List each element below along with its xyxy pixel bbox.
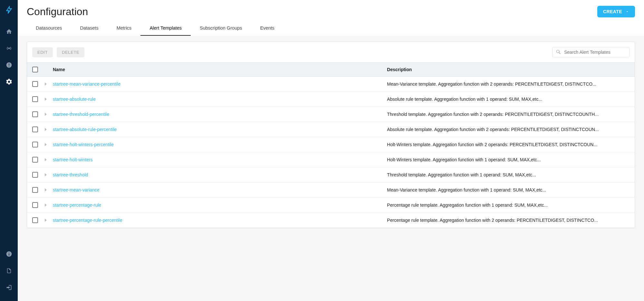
- table-row: startree-mean-variance-percentileMean-Va…: [27, 77, 635, 92]
- template-name-link[interactable]: startree-percentage-rule: [53, 202, 101, 208]
- column-header-description[interactable]: Description: [387, 67, 630, 72]
- expand-icon[interactable]: [45, 219, 47, 222]
- template-name-link[interactable]: startree-holt-winters: [53, 157, 93, 162]
- tabs: DatasourcesDatasetsMetricsAlert Template…: [18, 21, 644, 36]
- expand-icon[interactable]: [45, 128, 47, 131]
- template-description: Mean-Variance template. Aggregation func…: [387, 81, 630, 87]
- svg-rect-5: [9, 253, 9, 256]
- page-title: Configuration: [27, 6, 88, 18]
- expand-icon[interactable]: [45, 113, 47, 116]
- template-description: Threshold template. Aggregation function…: [387, 112, 630, 117]
- template-description: Percentage rule template. Aggregation fu…: [387, 202, 630, 208]
- template-name-link[interactable]: startree-mean-variance-percentile: [53, 81, 120, 87]
- sidebar-home-icon[interactable]: [0, 23, 18, 40]
- template-name-link[interactable]: startree-mean-variance: [53, 187, 100, 193]
- template-description: Threshold template. Aggregation function…: [387, 172, 630, 177]
- tab-events[interactable]: Events: [251, 21, 283, 36]
- svg-point-0: [8, 48, 10, 49]
- tab-subscription-groups[interactable]: Subscription Groups: [191, 21, 251, 36]
- brand-logo: [0, 0, 18, 20]
- table-row: startree-threshold-percentileThreshold t…: [27, 107, 635, 122]
- sidebar-info-icon[interactable]: [0, 246, 18, 262]
- expand-icon[interactable]: [45, 203, 47, 207]
- template-name-link[interactable]: startree-percentage-rule-percentile: [53, 218, 122, 223]
- tab-metrics[interactable]: Metrics: [108, 21, 141, 36]
- template-description: Holt-Winters template. Aggregation funct…: [387, 157, 630, 162]
- edit-button[interactable]: EDIT: [32, 47, 53, 57]
- column-header-name[interactable]: Name: [52, 67, 387, 72]
- template-description: Absolute rule template. Aggregation func…: [387, 127, 630, 132]
- table-row: startree-percentage-rule-percentilePerce…: [27, 213, 635, 228]
- template-name-link[interactable]: startree-absolute-rule-percentile: [53, 127, 117, 132]
- sidebar-alert-icon[interactable]: [0, 57, 18, 73]
- table-body: startree-mean-variance-percentileMean-Va…: [27, 77, 635, 228]
- svg-rect-3: [9, 66, 9, 67]
- table-row: startree-holt-winters-percentileHolt-Win…: [27, 137, 635, 152]
- template-name-link[interactable]: startree-holt-winters-percentile: [53, 142, 114, 147]
- select-all-checkbox[interactable]: [32, 67, 38, 72]
- table-row: startree-absolute-rule-percentileAbsolut…: [27, 122, 635, 137]
- expand-icon[interactable]: [45, 158, 47, 161]
- expand-icon[interactable]: [45, 98, 47, 101]
- search-wrap: [552, 47, 630, 57]
- table-header: Name Description: [27, 62, 635, 77]
- row-checkbox[interactable]: [32, 187, 38, 193]
- delete-button[interactable]: DELETE: [57, 47, 84, 57]
- template-name-link[interactable]: startree-threshold: [53, 172, 88, 177]
- expand-icon[interactable]: [45, 173, 47, 176]
- row-checkbox[interactable]: [32, 81, 38, 87]
- sidebar-document-icon[interactable]: [0, 262, 18, 279]
- template-description: Absolute rule template. Aggregation func…: [387, 97, 630, 102]
- table-row: startree-thresholdThreshold template. Ag…: [27, 167, 635, 183]
- row-checkbox[interactable]: [32, 202, 38, 208]
- chevron-down-icon: [625, 10, 629, 14]
- table-card: EDIT DELETE Name Description startree-me…: [27, 42, 635, 228]
- sidebar-settings-icon[interactable]: [0, 73, 18, 90]
- search-input[interactable]: [564, 50, 626, 55]
- row-checkbox[interactable]: [32, 142, 38, 147]
- table-row: startree-percentage-rulePercentage rule …: [27, 198, 635, 213]
- tab-alert-templates[interactable]: Alert Templates: [140, 21, 191, 36]
- table-row: startree-absolute-ruleAbsolute rule temp…: [27, 92, 635, 107]
- table-row: startree-holt-wintersHolt-Winters templa…: [27, 152, 635, 167]
- expand-icon[interactable]: [45, 143, 47, 146]
- row-checkbox[interactable]: [32, 157, 38, 163]
- row-checkbox[interactable]: [32, 217, 38, 223]
- main-content: Configuration CREATE DatasourcesDatasets…: [18, 0, 644, 301]
- template-name-link[interactable]: startree-threshold-percentile: [53, 112, 109, 117]
- table-row: startree-mean-varianceMean-Variance temp…: [27, 183, 635, 198]
- create-button[interactable]: CREATE: [597, 6, 635, 17]
- expand-icon[interactable]: [45, 82, 47, 86]
- row-checkbox[interactable]: [32, 111, 38, 117]
- sidebar-broadcast-icon[interactable]: [0, 40, 18, 57]
- svg-rect-2: [9, 63, 9, 66]
- sidebar-logout-icon[interactable]: [0, 279, 18, 296]
- tab-datasets[interactable]: Datasets: [71, 21, 107, 36]
- expand-icon[interactable]: [45, 188, 47, 192]
- template-name-link[interactable]: startree-absolute-rule: [53, 97, 96, 102]
- row-checkbox[interactable]: [32, 127, 38, 132]
- svg-rect-6: [9, 252, 9, 253]
- search-icon: [556, 49, 562, 55]
- row-checkbox[interactable]: [32, 96, 38, 102]
- template-description: Mean-Variance template. Aggregation func…: [387, 187, 630, 193]
- row-checkbox[interactable]: [32, 172, 38, 178]
- sidebar: [0, 0, 18, 301]
- create-button-label: CREATE: [603, 9, 622, 14]
- template-description: Percentage rule template. Aggregation fu…: [387, 218, 630, 223]
- template-description: Holt-Winters template. Aggregation funct…: [387, 142, 630, 147]
- tab-datasources[interactable]: Datasources: [27, 21, 71, 36]
